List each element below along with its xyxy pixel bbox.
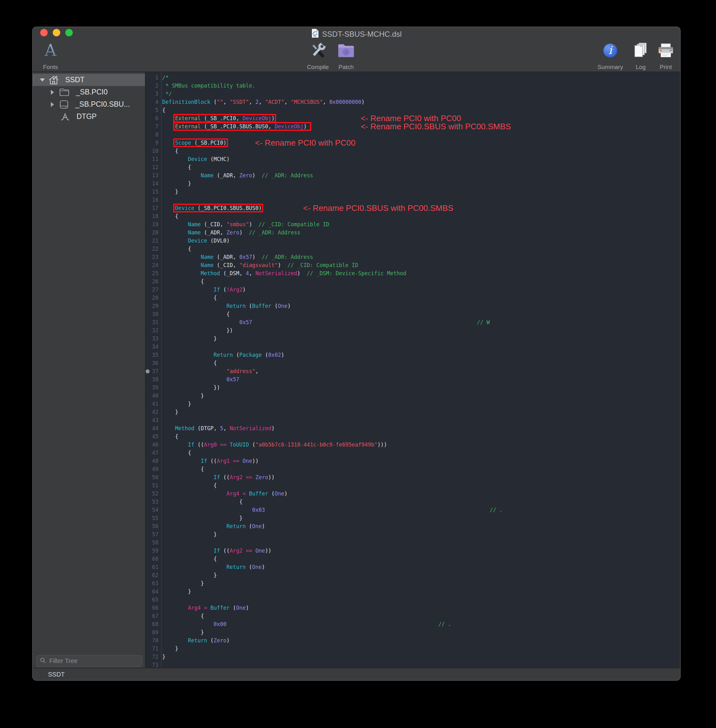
- code-line[interactable]: 33 }: [146, 335, 680, 343]
- code-line[interactable]: 26 {: [146, 278, 680, 285]
- filter-tree-input[interactable]: [49, 657, 139, 665]
- code-line[interactable]: 37 "address",: [146, 367, 680, 375]
- code-line[interactable]: 62 }: [146, 571, 680, 579]
- code-line[interactable]: 18 {: [146, 212, 680, 220]
- code-line[interactable]: 30 {: [146, 310, 680, 318]
- code-line[interactable]: 1/*: [146, 73, 680, 82]
- code-line[interactable]: 56 Return (One): [146, 522, 680, 530]
- code-line[interactable]: 21 Device (DVL0): [146, 237, 680, 245]
- code-line[interactable]: 36 {: [146, 359, 680, 367]
- line-number: 20: [146, 229, 158, 237]
- line-number: 14: [146, 179, 158, 188]
- code-line[interactable]: 46 If ((Arg0 == ToUUID ("a0b5b7c6-1318-4…: [146, 441, 680, 449]
- code-line[interactable]: 69 }: [146, 628, 680, 636]
- line-number: 13: [146, 171, 158, 179]
- disclosure-right-icon[interactable]: [50, 102, 56, 107]
- line-number: 10: [146, 147, 158, 155]
- code-editor[interactable]: 1/*2 * SMBus compatibility table.3 */4De…: [146, 72, 680, 668]
- code-line[interactable]: 65: [146, 596, 680, 604]
- code-line[interactable]: 53 {: [146, 497, 680, 506]
- code-line[interactable]: 41 }: [146, 400, 680, 408]
- code-line[interactable]: 15 }: [146, 188, 680, 196]
- code-line[interactable]: 10 {: [146, 147, 680, 155]
- code-line[interactable]: 39 }): [146, 384, 680, 391]
- code-line[interactable]: 38 0x57: [146, 375, 680, 384]
- code-line[interactable]: 52 Arg4 = Buffer (One): [146, 490, 680, 497]
- code-line[interactable]: 58: [146, 538, 680, 547]
- code-line[interactable]: 59 If ((Arg2 == One)): [146, 547, 680, 555]
- code-line[interactable]: 71 }: [146, 645, 680, 653]
- code-line[interactable]: 12 {: [146, 163, 680, 171]
- code-line[interactable]: 47 {: [146, 449, 680, 457]
- code-line[interactable]: 72}: [146, 653, 680, 661]
- code-line[interactable]: 3 */: [146, 90, 680, 98]
- code-line[interactable]: 43: [146, 416, 680, 424]
- code-line[interactable]: 14 }: [146, 179, 680, 188]
- code-line[interactable]: 63 }: [146, 579, 680, 587]
- line-number: 56: [146, 522, 158, 530]
- line-number: 50: [146, 473, 158, 481]
- code-line[interactable]: 42 }: [146, 408, 680, 416]
- line-number: 42: [146, 408, 158, 416]
- code-line[interactable]: 51 {: [146, 481, 680, 490]
- sidebar-item-dtgp[interactable]: DTGP: [33, 111, 145, 123]
- line-number: 73: [146, 661, 158, 668]
- code-line[interactable]: 55 }: [146, 514, 680, 522]
- line-number: 25: [146, 269, 158, 278]
- print-button[interactable]: Print: [644, 42, 680, 70]
- code-line[interactable]: 11 Device (MCHC): [146, 155, 680, 163]
- code-line[interactable]: 29 Return (Buffer (One): [146, 302, 680, 310]
- code-line[interactable]: 61 Return (One): [146, 563, 680, 571]
- code-line[interactable]: 67 {: [146, 612, 680, 620]
- code-line[interactable]: 16: [146, 196, 680, 204]
- line-number: 71: [146, 645, 158, 653]
- code-line[interactable]: 27 If (!Arg2): [146, 285, 680, 294]
- sidebar-item-sb-pci0-sbus[interactable]: _SB.PCI0.SBU...: [33, 98, 145, 111]
- code-line[interactable]: 48 If ((Arg1 == One)): [146, 457, 680, 465]
- code-line[interactable]: 13 Name (_ADR, Zero) // _ADR: Address: [146, 171, 680, 179]
- code-line[interactable]: 57 }: [146, 530, 680, 538]
- code-line[interactable]: 35 Return (Package (0x02): [146, 351, 680, 359]
- disclosure-right-icon[interactable]: [50, 89, 56, 95]
- code-line[interactable]: 2 * SMBus compatibility table.: [146, 82, 680, 90]
- code-line[interactable]: 4DefinitionBlock ("", "SSDT", 2, "ACDT",…: [146, 98, 680, 106]
- code-line[interactable]: 70 Return (Zero): [146, 636, 680, 645]
- line-number: 48: [146, 457, 158, 465]
- code-line[interactable]: 45 {: [146, 432, 680, 441]
- code-line[interactable]: 73: [146, 661, 680, 668]
- code-line[interactable]: 64 }: [146, 587, 680, 596]
- code-line[interactable]: 5{: [146, 106, 680, 114]
- fonts-icon: A: [44, 42, 58, 59]
- code-line[interactable]: 8: [146, 130, 680, 139]
- line-number: 65: [146, 596, 158, 604]
- code-line[interactable]: 24 Name (_CID, "diagsvault") // _CID: Co…: [146, 261, 680, 269]
- code-line[interactable]: 44 Method (DTGP, 5, NotSerialized): [146, 424, 680, 432]
- code-line[interactable]: 50 If ((Arg2 == Zero)): [146, 473, 680, 481]
- sidebar-item-sb-pci0[interactable]: _SB.PCI0: [33, 86, 145, 98]
- code-line[interactable]: 68 0x00 // .: [146, 620, 680, 628]
- code-line[interactable]: 19 Name (_CID, "smbus") // _CID: Compati…: [146, 220, 680, 229]
- fonts-button[interactable]: A Fonts: [33, 42, 73, 70]
- sidebar-item-ssdt[interactable]: SSDT: [33, 74, 145, 86]
- code-line[interactable]: 66 Arg4 = Buffer (One): [146, 604, 680, 612]
- filter-tree-field[interactable]: [36, 655, 142, 667]
- code-line[interactable]: 40 }: [146, 391, 680, 400]
- line-number: 26: [146, 278, 158, 285]
- code-line[interactable]: 25 Method (_DSM, 4, NotSerialized) // _D…: [146, 269, 680, 278]
- patch-button[interactable]: Patch: [324, 42, 368, 70]
- line-number: 35: [146, 351, 158, 359]
- code-line[interactable]: 28 {: [146, 294, 680, 302]
- code-line[interactable]: 34: [146, 343, 680, 351]
- patch-label: Patch: [338, 64, 354, 70]
- code-line[interactable]: 31 0x57 // W: [146, 318, 680, 326]
- code-line[interactable]: 32 }): [146, 326, 680, 335]
- code-line[interactable]: 49 {: [146, 465, 680, 473]
- line-number: 3: [146, 90, 158, 98]
- code-line[interactable]: 60 {: [146, 555, 680, 563]
- code-line[interactable]: 23 Name (_ADR, 0x57) // _ADR: Address: [146, 253, 680, 261]
- code-line[interactable]: 54 0x03 // .: [146, 506, 680, 514]
- line-number: 61: [146, 563, 158, 571]
- code-line[interactable]: 20 Name (_ADR, Zero) // _ADR: Address: [146, 229, 680, 237]
- code-line[interactable]: 22 {: [146, 245, 680, 253]
- disclosure-down-icon[interactable]: [39, 77, 45, 82]
